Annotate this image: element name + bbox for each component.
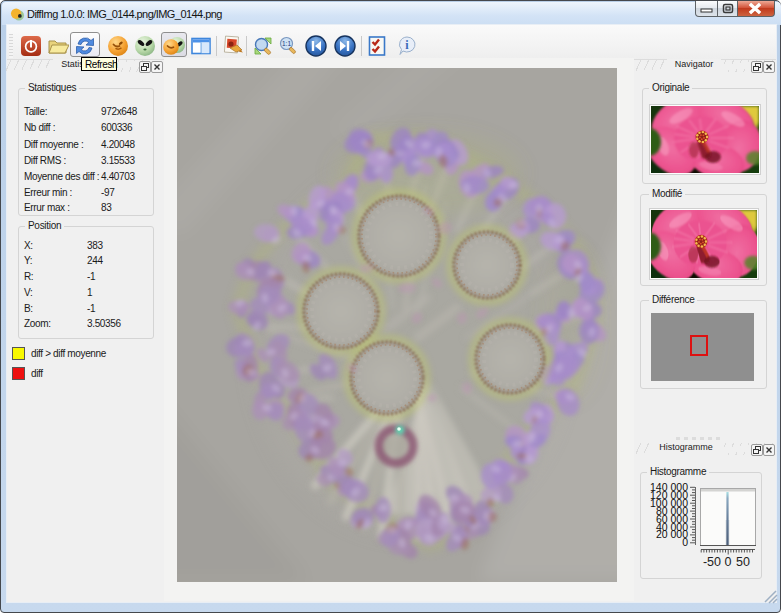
svg-text:50: 50 <box>736 555 750 569</box>
svg-text:0: 0 <box>682 536 688 548</box>
svg-text:-50: -50 <box>703 555 721 569</box>
svg-text:0: 0 <box>725 555 732 569</box>
